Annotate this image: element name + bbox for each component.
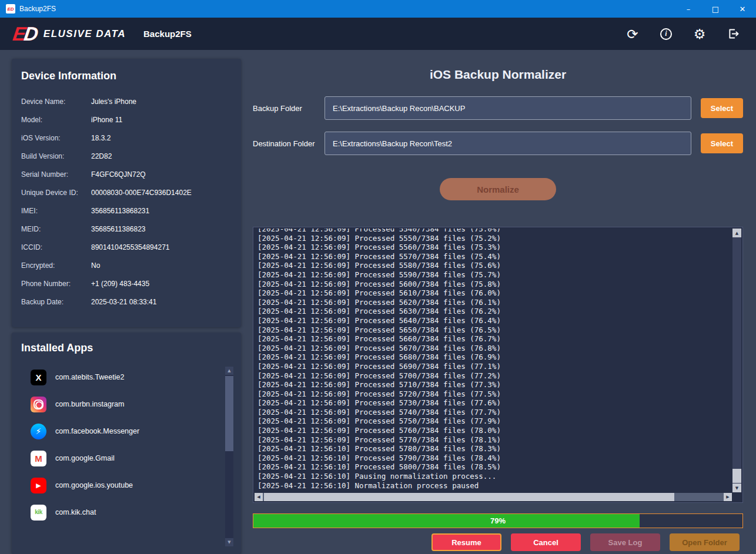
log-line: [2025-04-21 12:56:09] Processed 5760/738…	[257, 426, 731, 435]
app-list-item[interactable]: ▶com.google.ios.youtube	[21, 472, 232, 499]
backup-folder-input[interactable]	[325, 96, 691, 120]
device-info-row: Phone Number:+1 (209) 483-4435	[21, 280, 232, 288]
log-line: [2025-04-21 12:56:10] Normalization proc…	[257, 481, 731, 491]
installed-apps-panel: Installed Apps Xcom.atebits.Tweetie2com.…	[12, 333, 241, 554]
field-value: Jules's iPhone	[91, 98, 136, 106]
app-list-item[interactable]: Mcom.google.Gmail	[21, 445, 232, 472]
log-line: [2025-04-21 12:56:09] Processed 5560/738…	[257, 243, 731, 252]
device-information-panel: Device Information Device Name:Jules's i…	[12, 59, 241, 327]
app-name: Backup2FS	[143, 29, 192, 39]
log-line: [2025-04-21 12:56:09] Processed 5600/738…	[257, 280, 731, 289]
progress-percent: 79%	[253, 514, 742, 528]
normalize-button[interactable]: Normalize	[440, 178, 556, 200]
page-title: iOS Backup Normalizer	[430, 68, 566, 82]
cancel-button[interactable]: Cancel	[511, 533, 581, 551]
app-bundle-id: com.facebook.Messenger	[55, 427, 139, 435]
resume-button[interactable]: Resume	[431, 533, 501, 551]
log-line: [2025-04-21 12:56:09] Processed 5590/738…	[257, 270, 731, 280]
device-info-row: MEID:35685611386823	[21, 225, 232, 233]
destination-folder-label: Destination Folder	[253, 139, 325, 148]
device-info-row: ICCID:89014104255354894271	[21, 243, 232, 251]
destination-folder-select-button[interactable]: Select	[701, 133, 743, 153]
backup-folder-label: Backup Folder	[253, 104, 325, 113]
field-label: Phone Number:	[21, 280, 91, 288]
field-value: iPhone 11	[91, 116, 122, 124]
log-vscroll-thumb[interactable]	[732, 469, 741, 483]
messenger-app-icon: ⚡	[31, 424, 46, 439]
hscroll-track[interactable]	[674, 493, 724, 501]
scroll-up-icon[interactable]: ▲	[225, 367, 233, 375]
scroll-right-icon[interactable]: ▶	[724, 493, 732, 501]
scroll-down-icon[interactable]: ▼	[732, 484, 741, 492]
backup-folder-row: Backup Folder Select	[253, 96, 743, 120]
log-line: [2025-04-21 12:56:09] Processed 5770/738…	[257, 435, 731, 445]
log-line: [2025-04-21 12:56:10] Processed 5800/738…	[257, 462, 731, 472]
app-list-item[interactable]: kikcom.kik.chat	[21, 499, 232, 526]
scroll-left-icon[interactable]: ◀	[255, 493, 263, 501]
field-value: 00008030-000E74C936D1402E	[91, 189, 192, 197]
maximize-button[interactable]: □	[702, 0, 729, 18]
destination-folder-row: Destination Folder Select	[253, 132, 743, 155]
installed-apps-title: Installed Apps	[21, 342, 232, 354]
field-label: Serial Number:	[21, 170, 91, 179]
close-button[interactable]: ✕	[729, 0, 756, 18]
log-line: [2025-04-21 12:56:09] Processed 5670/738…	[257, 344, 731, 353]
device-info-row: Device Name:Jules's iPhone	[21, 98, 232, 106]
log-line: [2025-04-21 12:56:09] Processed 5680/738…	[257, 352, 731, 362]
info-icon[interactable]: i	[656, 24, 676, 44]
exit-icon[interactable]	[723, 24, 743, 44]
field-label: MEID:	[21, 225, 91, 233]
app-bundle-id: com.google.ios.youtube	[55, 481, 133, 489]
device-info-row: iOS Version:18.3.2	[21, 134, 232, 142]
scroll-down-icon[interactable]: ▼	[225, 538, 233, 546]
main-panel: iOS Backup Normalizer Backup Folder Sele…	[253, 59, 743, 554]
field-value: +1 (209) 483-4435	[91, 280, 149, 288]
field-label: Encrypted:	[21, 261, 91, 270]
log-line: [2025-04-21 12:56:09] Processed 5690/738…	[257, 362, 731, 371]
sidebar: Device Information Device Name:Jules's i…	[12, 59, 241, 554]
log-line: [2025-04-21 12:56:10] Processed 5780/738…	[257, 444, 731, 454]
log-line: [2025-04-21 12:56:09] Processed 5610/738…	[257, 288, 731, 298]
app-list-item[interactable]: com.burbn.instagram	[21, 391, 232, 418]
log-horizontal-scrollbar[interactable]: ◀ ▶	[255, 493, 732, 501]
save-log-button[interactable]: Save Log	[590, 533, 660, 551]
apps-scrollbar[interactable]: ▲ ▼	[225, 367, 233, 546]
app-icon-glyph: M	[35, 454, 42, 463]
device-info-row: Unique Device ID:00008030-000E74C936D140…	[21, 189, 232, 197]
device-info-row: Build Version:22D82	[21, 152, 232, 160]
window-title: Backup2FS	[19, 5, 56, 13]
apps-scrollbar-thumb[interactable]	[225, 376, 233, 451]
backup-folder-select-button[interactable]: Select	[701, 98, 743, 118]
app-icon-glyph: kik	[35, 509, 42, 515]
settings-icon[interactable]: ⚙	[690, 24, 710, 44]
navbar-actions: ⟳ i ⚙	[623, 24, 743, 44]
scroll-up-icon[interactable]: ▲	[732, 229, 741, 237]
field-value: No	[91, 261, 100, 270]
log-line: [2025-04-21 12:56:09] Processed 5630/738…	[257, 307, 731, 316]
app-bundle-id: com.burbn.instagram	[55, 400, 124, 408]
minimize-button[interactable]: –	[675, 0, 702, 18]
device-info-fields: Device Name:Jules's iPhoneModel:iPhone 1…	[21, 98, 232, 306]
destination-folder-input[interactable]	[325, 132, 691, 155]
device-information-title: Device Information	[21, 70, 232, 82]
open-folder-button[interactable]: Open Folder	[670, 533, 740, 551]
kik-app-icon: kik	[31, 505, 46, 521]
device-info-row: Serial Number:F4GFC6QJN72Q	[21, 170, 232, 179]
log-vertical-scrollbar[interactable]: ▲ ▼	[732, 229, 741, 492]
app-list-item[interactable]: ⚡com.facebook.Messenger	[21, 418, 232, 445]
app-bundle-id: com.atebits.Tweetie2	[55, 373, 124, 381]
log-line: [2025-04-21 12:56:09] Processed 5640/738…	[257, 316, 731, 325]
log-line: [2025-04-21 12:56:09] Processed 5660/738…	[257, 334, 731, 344]
content-area: Device Information Device Name:Jules's i…	[0, 50, 756, 554]
app-icon: ED	[6, 4, 15, 14]
app-list-item[interactable]: Xcom.atebits.Tweetie2	[21, 364, 232, 391]
field-value: 18.3.2	[91, 134, 111, 142]
log-line: [2025-04-21 12:56:09] Processed 5540/738…	[257, 229, 731, 234]
log-hscroll-thumb[interactable]	[264, 493, 674, 501]
refresh-icon[interactable]: ⟳	[623, 24, 643, 44]
log-line: [2025-04-21 12:56:10] Processed 5790/738…	[257, 454, 731, 463]
log-line: [2025-04-21 12:56:09] Processed 5580/738…	[257, 261, 731, 270]
field-value: 22D82	[91, 152, 112, 160]
instagram-app-icon	[31, 397, 46, 412]
field-value: 2025-03-21 08:33:41	[91, 298, 156, 306]
